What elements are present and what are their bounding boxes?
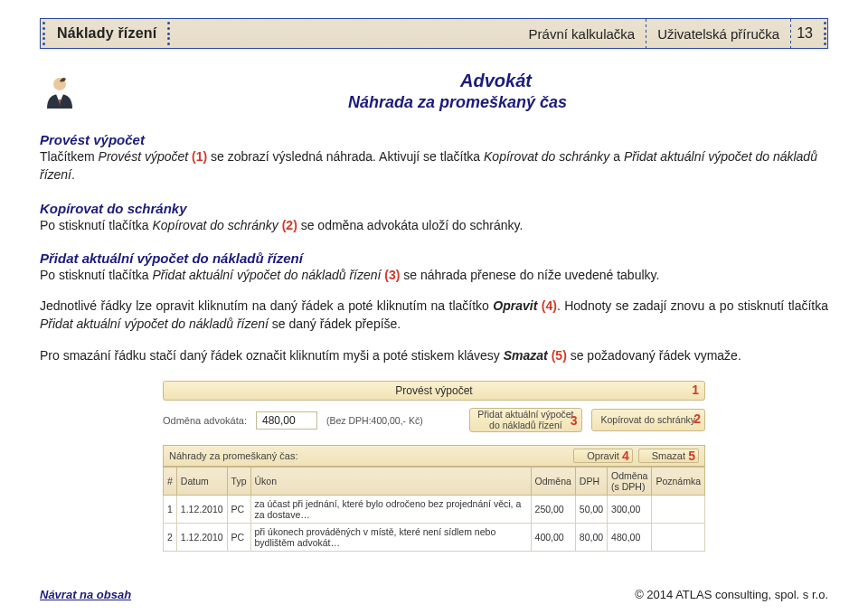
table-titlebar: Náhrady za promeškaný čas: Opravit 4 Sma…: [163, 445, 705, 467]
lawyer-icon: [40, 72, 80, 116]
copy-clipboard-button[interactable]: Kopírovat do schránky 2: [591, 409, 705, 432]
col-num: #: [164, 468, 177, 496]
calc-button[interactable]: Provést výpočet 1: [163, 381, 705, 401]
table-row[interactable]: 2 1.12.2010 PC při úkonech prováděných v…: [164, 524, 705, 552]
fee-field[interactable]: 480,00: [256, 411, 317, 430]
results-table: # Datum Typ Úkon Odměna DPH Odměna (s DP…: [163, 467, 705, 552]
col-date: Datum: [176, 468, 227, 496]
fee-label: Odměna advokáta:: [163, 415, 247, 426]
annotation-4: 4: [622, 449, 629, 463]
back-to-contents-link[interactable]: Návrat na obsah: [40, 588, 131, 601]
add-to-costs-button[interactable]: Přidat aktuální výpočetdo nákladů řízení…: [469, 408, 581, 432]
col-vat: DPH: [575, 468, 607, 496]
section3-title: Přidat aktuální výpočet do nákladů řízen…: [40, 250, 828, 266]
section1-paragraph: Tlačítkem Provést výpočet (1) se zobrazí…: [40, 147, 828, 184]
col-act: Úkon: [250, 468, 531, 496]
annotation-1: 1: [692, 383, 699, 397]
page-banner: Náklady řízení Právní kalkulačka Uživate…: [40, 18, 828, 49]
annotation-5: 5: [688, 449, 695, 463]
section2-paragraph: Po stisknutí tlačítka Kopírovat do schrá…: [40, 216, 828, 234]
table-row[interactable]: 1 1.12.2010 PC za účast při jednání, kte…: [164, 496, 705, 524]
section3-paragraph: Po stisknutí tlačítka Přidat aktuální vý…: [40, 266, 828, 284]
banner-page-number: 13: [791, 25, 822, 42]
fee-without-vat: (Bez DPH:400,00,- Kč): [326, 415, 423, 426]
col-type: Typ: [227, 468, 250, 496]
table-title: Náhrady za promeškaný čas:: [169, 450, 568, 461]
copyright-text: © 2014 ATLAS consulting, spol. s r.o.: [635, 588, 828, 601]
col-tot: Odměna (s DPH): [608, 468, 652, 496]
col-note: Poznámka: [652, 468, 705, 496]
paragraph-delete: Pro smazání řádku stačí daný řádek označ…: [40, 346, 828, 364]
heading-line1: Advokát: [87, 71, 828, 91]
delete-button[interactable]: Smazat 5: [638, 449, 699, 463]
banner-right: Uživatelská příručka: [646, 26, 790, 42]
embedded-ui: Provést výpočet 1 Odměna advokáta: 480,0…: [163, 381, 705, 552]
col-fee: Odměna: [531, 468, 575, 496]
paragraph-edit: Jednotlivé řádky lze opravit kliknutím n…: [40, 297, 828, 334]
section2-title: Kopírovat do schránky: [40, 201, 828, 216]
banner-left: Náklady řízení: [57, 25, 156, 42]
annotation-3: 3: [571, 414, 578, 428]
banner-mid: Právní kalkulačka: [518, 26, 646, 42]
heading-line2: Náhrada za promeškaný čas: [87, 93, 828, 112]
edit-button[interactable]: Opravit 4: [573, 449, 632, 463]
annotation-2: 2: [693, 412, 701, 426]
section1-title: Provést výpočet: [40, 132, 828, 147]
